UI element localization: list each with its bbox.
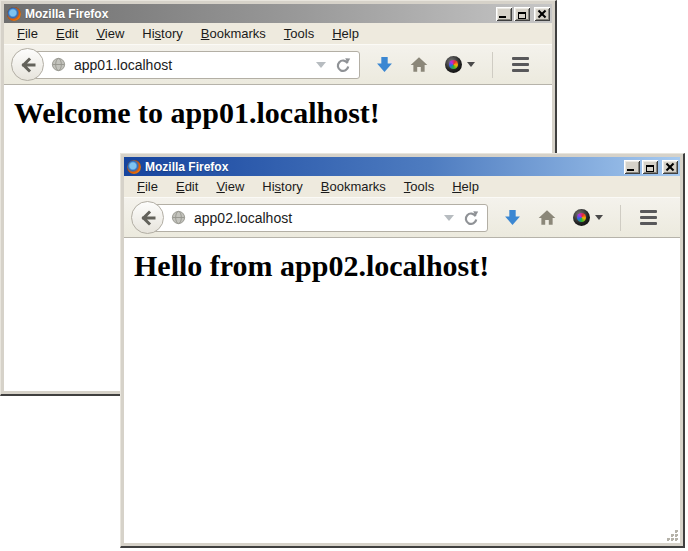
dropdown-caret-icon	[595, 215, 603, 220]
history-dropdown-icon[interactable]	[316, 62, 326, 68]
search-engine-button[interactable]	[573, 209, 603, 226]
titlebar[interactable]: Mozilla Firefox	[124, 157, 680, 176]
minimize-icon	[627, 169, 634, 171]
url-bar[interactable]: app01.localhost	[28, 51, 360, 79]
menu-history[interactable]: History	[253, 177, 311, 196]
close-icon	[666, 163, 674, 171]
window-controls	[496, 7, 550, 21]
titlebar[interactable]: Mozilla Firefox	[4, 4, 552, 23]
toolbar-divider	[492, 52, 493, 78]
menu-view[interactable]: View	[87, 24, 133, 43]
menu-button[interactable]	[638, 206, 659, 229]
navigation-toolbar: app02.localhost	[124, 197, 680, 238]
navigation-toolbar: app01.localhost	[4, 44, 552, 85]
close-button[interactable]	[662, 160, 678, 174]
menu-view[interactable]: View	[207, 177, 253, 196]
menu-edit[interactable]: Edit	[47, 24, 87, 43]
page-content: Hello from app02.localhost!	[124, 238, 680, 543]
globe-icon	[171, 210, 186, 225]
menu-file[interactable]: File	[128, 177, 167, 196]
close-icon	[538, 10, 546, 18]
menu-help[interactable]: Help	[443, 177, 488, 196]
window-title: Mozilla Firefox	[25, 7, 496, 21]
download-button[interactable]	[504, 209, 521, 226]
reload-icon[interactable]	[335, 57, 351, 73]
maximize-button[interactable]	[514, 7, 530, 21]
hamburger-menu-icon	[640, 210, 657, 213]
browser-window-app02: Mozilla Firefox File Edit View History B…	[120, 153, 685, 548]
menu-history[interactable]: History	[133, 24, 191, 43]
page-heading: Welcome to app01.localhost!	[4, 96, 552, 130]
maximize-button[interactable]	[642, 160, 658, 174]
firefox-icon	[7, 7, 21, 21]
url-text: app01.localhost	[74, 57, 172, 73]
minimize-button[interactable]	[496, 7, 512, 21]
back-arrow-icon	[19, 56, 37, 74]
download-button[interactable]	[376, 56, 393, 73]
dropdown-caret-icon	[467, 62, 475, 67]
maximize-icon	[518, 12, 526, 19]
back-button[interactable]	[11, 48, 44, 81]
menu-tools[interactable]: Tools	[395, 177, 443, 196]
history-dropdown-icon[interactable]	[444, 215, 454, 221]
maximize-icon	[646, 165, 654, 172]
back-arrow-icon	[139, 209, 157, 227]
reload-icon[interactable]	[463, 210, 479, 226]
hamburger-menu-icon	[512, 57, 529, 60]
menu-bookmarks[interactable]: Bookmarks	[312, 177, 395, 196]
window-title: Mozilla Firefox	[145, 160, 624, 174]
window-controls	[624, 160, 678, 174]
minimize-icon	[499, 16, 506, 18]
close-button[interactable]	[534, 7, 550, 21]
minimize-button[interactable]	[624, 160, 640, 174]
menu-button[interactable]	[510, 53, 531, 76]
menu-tools[interactable]: Tools	[275, 24, 323, 43]
url-text: app02.localhost	[194, 210, 292, 226]
toolbar-divider	[620, 205, 621, 231]
menu-bar: File Edit View History Bookmarks Tools H…	[124, 176, 680, 197]
menu-help[interactable]: Help	[323, 24, 368, 43]
search-engine-sphere-icon	[445, 56, 462, 73]
back-button[interactable]	[131, 201, 164, 234]
menu-file[interactable]: File	[8, 24, 47, 43]
resize-grip-icon[interactable]	[665, 528, 679, 542]
menu-edit[interactable]: Edit	[167, 177, 207, 196]
home-button[interactable]	[410, 56, 428, 73]
menu-bookmarks[interactable]: Bookmarks	[192, 24, 275, 43]
menu-bar: File Edit View History Bookmarks Tools H…	[4, 23, 552, 44]
search-engine-button[interactable]	[445, 56, 475, 73]
home-button[interactable]	[538, 209, 556, 226]
firefox-icon	[127, 160, 141, 174]
url-bar[interactable]: app02.localhost	[148, 204, 488, 232]
globe-icon	[51, 57, 66, 72]
page-heading: Hello from app02.localhost!	[124, 249, 680, 283]
search-engine-sphere-icon	[573, 209, 590, 226]
